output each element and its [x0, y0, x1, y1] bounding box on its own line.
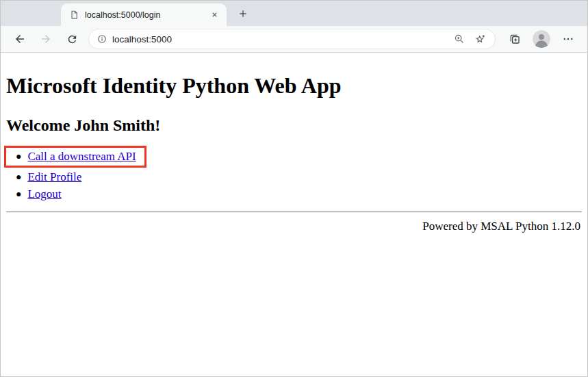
forward-arrow-icon [40, 33, 52, 45]
list-item: ● Call a downstream API [6, 146, 582, 168]
profile-avatar[interactable] [533, 30, 550, 48]
address-bar-actions [450, 29, 489, 49]
nav-list: ● Call a downstream API ● Edit Profile ●… [6, 146, 582, 202]
link-edit-profile[interactable]: Edit Profile [27, 170, 81, 185]
link-logout[interactable]: Logout [27, 187, 61, 202]
bullet-icon: ● [16, 187, 21, 202]
page-file-icon [69, 10, 79, 20]
url-text[interactable]: localhost:5000 [112, 34, 444, 44]
reload-icon [66, 34, 78, 45]
ellipsis-icon [562, 33, 574, 45]
welcome-heading: Welcome John Smith! [6, 116, 582, 135]
divider [6, 211, 582, 213]
back-arrow-icon [14, 33, 26, 45]
footer-text: Powered by MSAL Python 1.12.0 [6, 220, 582, 233]
collections-button[interactable] [502, 28, 527, 50]
star-add-icon [474, 34, 486, 45]
highlight-box: ● Call a downstream API [4, 146, 146, 168]
plus-icon [238, 8, 248, 19]
bullet-icon: ● [16, 149, 21, 164]
forward-button[interactable] [34, 28, 58, 50]
page-title: Microsoft Identity Python Web App [6, 73, 582, 99]
browser-tab[interactable]: localhost:5000/login [61, 3, 227, 26]
page-content: Microsoft Identity Python Web App Welcom… [1, 53, 587, 377]
navigation-toolbar: localhost:5000 [1, 26, 587, 53]
bullet-icon: ● [16, 170, 21, 185]
new-tab-button[interactable] [233, 4, 253, 23]
list-item: ● Logout [6, 187, 582, 202]
close-icon [211, 11, 218, 18]
info-icon [97, 34, 107, 44]
avatar-icon [533, 30, 550, 48]
link-call-downstream-api[interactable]: Call a downstream API [27, 149, 136, 164]
browser-window: { "browser": { "tab": { "title": "localh… [0, 0, 588, 377]
collections-icon [509, 33, 521, 45]
add-favorite-button[interactable] [470, 29, 489, 49]
tab-close-button[interactable] [207, 8, 221, 22]
zoom-button[interactable] [450, 29, 469, 49]
address-bar[interactable]: localhost:5000 [88, 29, 496, 49]
tab-strip: localhost:5000/login [1, 1, 587, 26]
more-menu-button[interactable] [556, 28, 580, 50]
site-info-icon[interactable] [97, 34, 107, 44]
list-item: ● Edit Profile [6, 170, 582, 185]
zoom-in-icon [454, 34, 465, 44]
reload-button[interactable] [60, 28, 84, 50]
tab-title: localhost:5000/login [85, 10, 202, 20]
back-button[interactable] [8, 28, 32, 50]
browser-chrome: localhost:5000/login [1, 1, 587, 53]
